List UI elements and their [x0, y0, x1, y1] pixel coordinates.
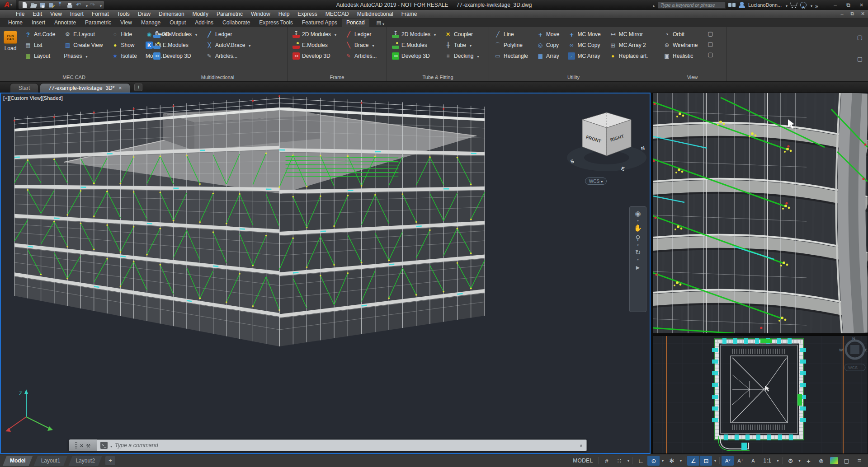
- polar-dropdown-icon[interactable]: [660, 456, 665, 466]
- list-button[interactable]: List: [23, 40, 57, 51]
- md-articles-button[interactable]: Articles...: [204, 51, 252, 61]
- polyline-button[interactable]: Polyline: [493, 40, 529, 51]
- new-file-icon[interactable]: [21, 1, 28, 9]
- tab-annotate[interactable]: Annotate: [50, 19, 80, 27]
- drag-grip-icon[interactable]: [75, 442, 77, 448]
- main-viewport[interactable]: Z [+][Custom View][Shaded] S E N FRONT R…: [0, 93, 651, 454]
- md-develop-3d-button[interactable]: Develop 3D: [152, 51, 198, 61]
- tab-express-tools[interactable]: Express Tools: [255, 19, 297, 27]
- file-tab-active-drawing[interactable]: 77-example-kwikstage_3D*: [40, 83, 130, 93]
- graphics-performance-button[interactable]: [828, 456, 840, 466]
- object-snap-toggle[interactable]: [700, 456, 712, 466]
- dropdown-arrow-icon[interactable]: [468, 42, 472, 48]
- menu-express[interactable]: Express: [293, 10, 321, 19]
- create-view-button[interactable]: Create View: [62, 40, 104, 51]
- menu-draw[interactable]: Draw: [134, 10, 155, 19]
- art-code-button[interactable]: Art.Code: [23, 29, 57, 40]
- doc-minimize-button[interactable]: [837, 9, 847, 19]
- tab-view[interactable]: View: [116, 19, 137, 27]
- transmit-icon[interactable]: [57, 1, 65, 9]
- undo-icon[interactable]: [75, 1, 83, 9]
- minimize-button[interactable]: [829, 0, 842, 10]
- menu-multidirectional[interactable]: Multidirectional: [353, 10, 397, 19]
- tab-parametric[interactable]: Parametric: [80, 19, 116, 27]
- tf-develop-3d-button[interactable]: Develop 3D: [391, 51, 437, 61]
- pan-icon[interactable]: [634, 224, 642, 232]
- model-space-button[interactable]: MODEL: [569, 456, 596, 466]
- menu-view[interactable]: View: [46, 10, 66, 19]
- coupler-button[interactable]: Coupler: [443, 29, 480, 40]
- copy-button[interactable]: Copy: [535, 40, 561, 51]
- ribbon-display-toggle[interactable]: [374, 19, 387, 27]
- fr-ledger-button[interactable]: Ledger: [344, 29, 378, 40]
- sign-in-button[interactable]: LucianoDonn...: [748, 2, 782, 8]
- md-e-modules-button[interactable]: E.Modules: [152, 40, 198, 51]
- save-icon[interactable]: [39, 1, 47, 9]
- annotation-visibility-toggle[interactable]: [722, 456, 734, 466]
- viewcube[interactable]: S E N FRONT RIGHT: [565, 104, 651, 183]
- menu-help[interactable]: Help: [274, 10, 294, 19]
- restore-button[interactable]: [842, 0, 855, 10]
- recent-commands-icon[interactable]: [110, 441, 112, 449]
- open-file-icon[interactable]: [30, 1, 38, 9]
- visual-style-cube-icon[interactable]: [707, 40, 714, 47]
- dropdown-arrow-icon[interactable]: [476, 53, 479, 59]
- line-button[interactable]: Line: [493, 29, 529, 40]
- orbit-button[interactable]: Orbit: [662, 29, 699, 40]
- decking-button[interactable]: Decking: [443, 51, 480, 61]
- zoom-icon[interactable]: [636, 234, 641, 242]
- fr-develop-3d-button[interactable]: Develop 3D: [291, 51, 338, 61]
- menu-insert[interactable]: Insert: [66, 10, 88, 19]
- isometric-drafting-toggle[interactable]: [665, 456, 678, 466]
- menu-dimension[interactable]: Dimension: [155, 10, 189, 19]
- search-icon[interactable]: [728, 2, 736, 8]
- move-button[interactable]: Move: [535, 29, 561, 40]
- md-2d-modules-button[interactable]: 2D Modules: [152, 29, 198, 40]
- layout-button[interactable]: Layout: [23, 51, 57, 61]
- panel-flyout-icon[interactable]: [856, 33, 863, 41]
- close-tab-icon[interactable]: [118, 84, 122, 93]
- mc-array-button[interactable]: MC Array: [566, 51, 602, 61]
- app-store-icon[interactable]: [790, 2, 797, 8]
- tab-output[interactable]: Output: [165, 19, 190, 27]
- show-button[interactable]: Show: [110, 40, 138, 51]
- panel-flyout-icon[interactable]: [856, 55, 863, 62]
- menu-format[interactable]: Format: [88, 10, 113, 19]
- annotation-scale-toggle[interactable]: [747, 456, 759, 466]
- isodraft-dropdown-icon[interactable]: [678, 456, 683, 466]
- snap-dropdown-icon[interactable]: [626, 456, 631, 466]
- dropdown-arrow-icon[interactable]: [247, 42, 250, 48]
- plot-icon[interactable]: [66, 1, 74, 9]
- fr-brace-button[interactable]: Brace: [344, 40, 378, 51]
- tab-insert[interactable]: Insert: [27, 19, 50, 27]
- polar-tracking-toggle[interactable]: [647, 456, 660, 466]
- save-as-icon[interactable]: [48, 1, 56, 9]
- workspace-dropdown-icon[interactable]: [797, 456, 802, 466]
- plan-viewport[interactable]: NEWWCS: [652, 336, 868, 454]
- realistic-button[interactable]: Realistic: [662, 51, 699, 61]
- customize-icon[interactable]: [86, 441, 90, 449]
- command-line-grip[interactable]: [69, 439, 97, 451]
- menu-frame[interactable]: Frame: [397, 10, 421, 19]
- orbit-icon[interactable]: [635, 248, 641, 257]
- snap-mode-toggle[interactable]: [613, 456, 625, 466]
- wireframe-button[interactable]: Wireframe: [662, 40, 699, 51]
- tf-2d-modules-button[interactable]: 2D Modules: [391, 29, 437, 40]
- load-button[interactable]: Load: [4, 29, 17, 73]
- a360-dropdown-icon[interactable]: [809, 1, 812, 9]
- dropdown-arrow-icon[interactable]: [333, 31, 336, 37]
- layout1-tab[interactable]: Layout1: [34, 456, 68, 466]
- mc-copy-button[interactable]: MC Copy: [566, 40, 602, 51]
- doc-restore-button[interactable]: [847, 9, 858, 19]
- md-auto-v-brace-button[interactable]: AutoV.Brace: [204, 40, 252, 51]
- ortho-mode-toggle[interactable]: [635, 456, 647, 466]
- new-drawing-tab-button[interactable]: [134, 84, 142, 91]
- visual-style-cube-icon[interactable]: [707, 51, 714, 58]
- tab-home[interactable]: Home: [4, 19, 27, 27]
- doc-close-button[interactable]: [858, 9, 868, 19]
- menu-file[interactable]: File: [12, 10, 28, 19]
- clean-screen-button[interactable]: [840, 456, 853, 466]
- workspace-switching-button[interactable]: [784, 456, 797, 466]
- tab-collaborate[interactable]: Collaborate: [218, 19, 255, 27]
- e-layout-button[interactable]: E.Layout: [62, 29, 104, 40]
